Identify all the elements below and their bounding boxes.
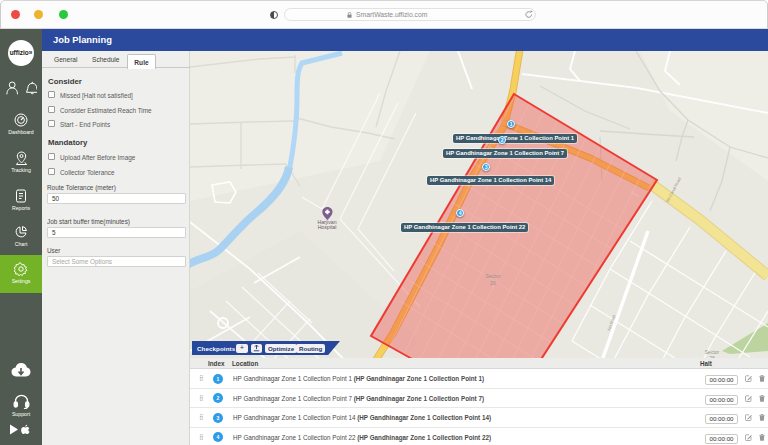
- svg-text:26: 26: [490, 280, 496, 286]
- svg-text:Sector: Sector: [485, 273, 501, 279]
- svg-text:Hospital: Hospital: [318, 224, 337, 230]
